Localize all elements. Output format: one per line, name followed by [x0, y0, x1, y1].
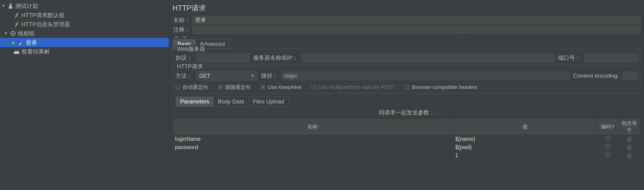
table-row[interactable]: loginName ${name} [173, 135, 640, 143]
tree-row-threadgroup[interactable]: ▼ 线程组 [0, 29, 169, 38]
cell-name[interactable] [173, 152, 453, 160]
method-label: 方法： [176, 72, 192, 80]
panel-title: HTTP请求 [172, 0, 641, 16]
cell-name[interactable]: loginName [173, 135, 453, 143]
test-plan-tree[interactable]: ▼ 测试计划 HTTP请求默认值 HTTP信息头管理器 ▼ 线程组 [0, 0, 169, 190]
tree-row-login[interactable]: ▶ 登录 [0, 38, 169, 47]
path-input[interactable] [282, 72, 570, 80]
tree-row-resulttree[interactable]: 察看结果树 [0, 47, 169, 56]
tree-row-testplan[interactable]: ▼ 测试计划 [0, 2, 169, 10]
include-checkbox[interactable] [627, 145, 632, 150]
tree-label: 测试计划 [16, 2, 38, 10]
fieldset-legend: HTTP请求 [176, 63, 204, 70]
tree-label: 登录 [26, 39, 37, 46]
tab-files-upload[interactable]: Files Upload [248, 97, 288, 106]
multipart-label: Use multipart/form-data for POST [318, 84, 395, 90]
web-server-fieldset: Web服务器 协议： 服务器名称或IP： 端口号： [173, 49, 640, 64]
params-table[interactable]: 名称: 值 编码? 包含等于 loginName ${name} passwor [173, 119, 640, 160]
encode-checkbox[interactable] [606, 136, 610, 141]
chevron-down-icon: ▼ [251, 74, 254, 78]
follow-redirect-checkbox[interactable] [218, 85, 223, 90]
name-label: 名称： [172, 16, 190, 24]
content-encoding-label: Content encoding: [573, 72, 619, 79]
browser-headers-checkbox[interactable] [405, 85, 410, 90]
follow-redirect-label: 跟随重定向 [225, 84, 251, 91]
collapse-up-icon [174, 36, 183, 39]
cell-value[interactable]: ${pwd} [453, 143, 597, 152]
protocol-input[interactable] [196, 54, 250, 62]
params-title: 同请求一起发送参数： [173, 106, 640, 119]
tree-row-http-header-mgr[interactable]: HTTP信息头管理器 [0, 20, 169, 29]
svg-rect-8 [14, 52, 19, 54]
comment-input[interactable] [192, 26, 641, 34]
split-handle[interactable]: ::::::: [169, 35, 644, 39]
comment-label: 注释： [172, 26, 190, 34]
svg-rect-7 [21, 40, 23, 42]
method-value: GET [199, 73, 210, 79]
cell-value[interactable]: ${name} [453, 135, 597, 143]
table-row[interactable]: password ${pwd} [173, 143, 640, 152]
encode-checkbox[interactable] [606, 152, 610, 157]
host-input[interactable] [302, 54, 554, 62]
col-header-value[interactable]: 值 [453, 119, 597, 135]
config-tabs: Basic Advanced [169, 39, 644, 49]
tab-parameters[interactable]: Parameters [176, 97, 214, 106]
keepalive-checkbox[interactable] [261, 85, 265, 90]
fieldset-legend: Web服务器 [176, 45, 207, 53]
keepalive-label: Use KeepAlive [268, 84, 302, 90]
auto-redirect-label: 自动重定向 [182, 84, 208, 91]
method-select[interactable]: GET ▼ [196, 71, 258, 80]
collapse-down-icon [183, 36, 191, 39]
browser-headers-label: Browser-compatible headers [412, 84, 478, 90]
cell-value[interactable]: 1 [453, 152, 597, 160]
svg-rect-0 [10, 3, 12, 4]
col-header-include[interactable]: 包含等于 [618, 119, 640, 135]
tools-icon [14, 21, 20, 28]
tree-label: HTTP请求默认值 [22, 12, 64, 19]
dropper-icon [18, 39, 24, 46]
body-tabs: Parameters Body Data Files Upload [169, 97, 644, 106]
include-checkbox[interactable] [627, 154, 632, 158]
multipart-checkbox[interactable] [312, 85, 316, 90]
col-header-encode[interactable]: 编码? [597, 119, 618, 135]
flask-icon [8, 2, 14, 10]
grip-icon: ::::::: [458, 36, 467, 39]
encode-checkbox[interactable] [606, 144, 610, 149]
expand-toggle-icon[interactable]: ▼ [4, 31, 8, 36]
port-input[interactable] [584, 54, 638, 62]
http-request-fieldset: HTTP请求 方法： GET ▼ 路径： Content encoding: 自… [173, 66, 640, 93]
cell-name[interactable]: password [173, 143, 453, 152]
editor-panel: HTTP请求 名称： 注释： ::::::: Basic Advanced We… [169, 0, 644, 190]
content-encoding-input[interactable] [623, 72, 638, 80]
col-header-name[interactable]: 名称: [173, 119, 453, 135]
expand-toggle-icon[interactable]: ▼ [2, 4, 6, 8]
host-label: 服务器名称或IP： [253, 54, 298, 62]
tree-label: 线程组 [18, 30, 35, 37]
tree-label: HTTP信息头管理器 [22, 20, 70, 28]
include-checkbox[interactable] [627, 137, 632, 142]
auto-redirect-checkbox[interactable] [176, 85, 180, 90]
tab-body-data[interactable]: Body Data [214, 97, 248, 106]
path-label: 路径： [261, 72, 278, 80]
svg-point-2 [12, 33, 14, 34]
play-icon: ▶ [12, 40, 16, 45]
tools-icon [14, 12, 20, 19]
table-row[interactable]: 1 [173, 152, 640, 160]
name-input[interactable] [192, 16, 641, 24]
results-icon [14, 48, 20, 55]
protocol-label: 协议： [176, 54, 192, 62]
tree-row-http-defaults[interactable]: HTTP请求默认值 [0, 10, 169, 20]
gear-icon [10, 30, 16, 37]
tree-label: 察看结果树 [22, 48, 50, 56]
port-label: 端口号： [558, 54, 580, 62]
